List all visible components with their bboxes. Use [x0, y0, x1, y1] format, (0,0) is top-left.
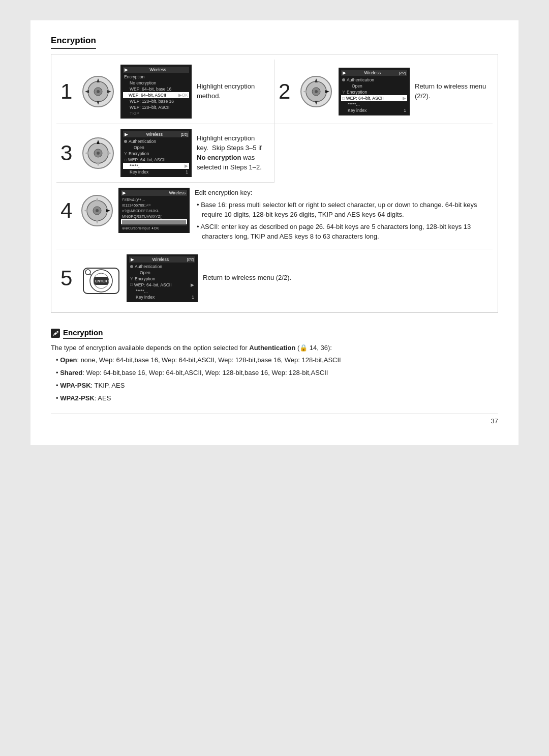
svg-text:ENTER: ENTER	[95, 279, 107, 283]
step-5-cell: 5 ENTER ▶ Wireless [2/2]	[56, 249, 493, 307]
steps-grid: 1 ▶ Wireless	[56, 60, 493, 249]
note-section: 🖊 Encryption The type of encryption avai…	[51, 328, 498, 404]
svg-point-7	[97, 90, 100, 93]
svg-point-23	[97, 152, 100, 155]
step-4-screen: ▶ Wireless !"#$%&'()*+,-. /0123456789:;<…	[118, 188, 190, 233]
note-icon: 🖊	[51, 329, 60, 338]
step-4-cell: 4 ▶	[56, 183, 493, 249]
svg-point-15	[315, 90, 318, 93]
step-3-screen: ▶ Wireless [2/2] Authentication Open Y E…	[120, 129, 192, 177]
step-4-caption: Edit encryption key: • Base 16: press mu…	[195, 188, 489, 244]
step-2-cell: 2 ▶ Wireless [2/2]	[274, 60, 493, 124]
page-number: 37	[51, 414, 498, 425]
page: Encryption 1	[30, 20, 518, 445]
note-heading-container: 🖊 Encryption	[51, 328, 498, 339]
main-instruction-box: 1 ▶ Wireless	[51, 54, 498, 313]
step-4-number: 4	[60, 200, 76, 221]
svg-point-31	[96, 209, 99, 212]
step-5-caption: Return to wireless menu (2/2).	[203, 273, 489, 283]
step-5-screen: ▶ Wireless [2/2] Authentication Open Y E…	[127, 254, 198, 302]
step-1-number: 1	[60, 81, 76, 102]
step-3-dial	[81, 136, 115, 170]
step-2-screen: ▶ Wireless [2/2] Authentication Open Y E…	[339, 68, 410, 115]
step-3-caption: Highlight encryption key. Skip Steps 3–5…	[197, 134, 270, 172]
step-1-caption: Highlight encryption method.	[197, 82, 270, 101]
step-5-enter-camera: ENTER	[81, 258, 121, 299]
section-title: Encryption	[51, 36, 96, 49]
step-2-caption: Return to wireless menu (2/2).	[415, 82, 489, 101]
step-2-dial	[299, 74, 333, 109]
step-3-number: 3	[60, 142, 76, 164]
step-5-number: 5	[60, 268, 76, 289]
step-2-number: 2	[279, 81, 294, 102]
note-body: The type of encryption available depends…	[51, 343, 498, 404]
step-3-cell: 3 ▶ Wireless [2/2]	[56, 124, 274, 183]
step-4-dial	[80, 193, 114, 228]
note-heading: Encryption	[63, 328, 103, 339]
step-1-dial	[81, 74, 115, 109]
step-1-screen: ▶ Wireless Encryption No encryption WEP:…	[120, 65, 192, 119]
step-1-cell: 1 ▶ Wireless	[56, 60, 274, 124]
